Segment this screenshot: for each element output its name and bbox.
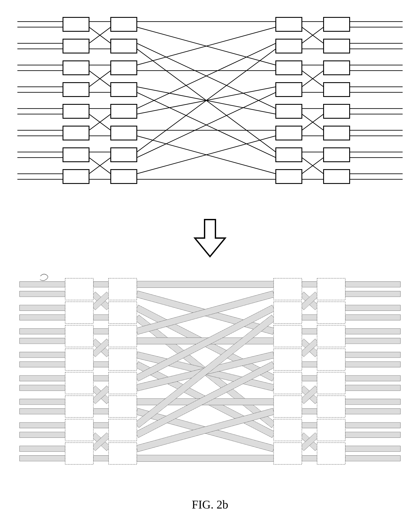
svg-marker-92 <box>20 329 65 334</box>
svg-marker-115 <box>345 408 400 414</box>
svg-marker-89 <box>20 291 65 297</box>
svg-marker-145 <box>302 422 317 428</box>
svg-marker-100 <box>20 422 65 428</box>
svg-marker-109 <box>345 338 400 344</box>
svg-marker-116 <box>345 422 400 428</box>
svg-marker-117 <box>345 432 400 438</box>
svg-marker-128 <box>93 329 109 334</box>
svg-marker-144 <box>93 422 109 428</box>
svg-marker-135 <box>302 362 317 367</box>
svg-marker-150 <box>93 455 109 461</box>
figure-page: FIG. 2b <box>0 0 420 527</box>
svg-marker-127 <box>302 315 317 320</box>
svg-marker-104 <box>345 282 400 287</box>
svg-marker-119 <box>345 455 400 461</box>
svg-marker-98 <box>20 399 65 405</box>
svg-marker-114 <box>345 399 400 405</box>
svg-marker-105 <box>345 291 400 297</box>
svg-marker-101 <box>20 432 65 438</box>
svg-marker-95 <box>20 362 65 367</box>
svg-marker-110 <box>345 352 400 358</box>
svg-marker-126 <box>93 315 109 320</box>
svg-marker-152 <box>137 281 274 288</box>
benes-network-thin <box>0 9 420 204</box>
svg-marker-136 <box>93 375 109 381</box>
svg-marker-143 <box>302 408 317 414</box>
svg-marker-167 <box>137 455 274 461</box>
figure-caption: FIG. 2b <box>0 498 420 511</box>
svg-marker-102 <box>20 446 65 451</box>
svg-marker-151 <box>302 455 317 461</box>
svg-marker-97 <box>20 385 65 391</box>
svg-marker-106 <box>345 305 400 311</box>
svg-marker-120 <box>93 282 109 287</box>
svg-marker-90 <box>20 305 65 311</box>
svg-marker-93 <box>20 338 65 344</box>
svg-marker-99 <box>20 408 65 414</box>
svg-marker-88 <box>20 282 65 287</box>
svg-marker-94 <box>20 352 65 358</box>
benes-network-bus <box>0 272 420 476</box>
svg-marker-134 <box>93 362 109 367</box>
svg-marker-112 <box>345 375 400 381</box>
svg-marker-91 <box>20 315 65 320</box>
svg-marker-137 <box>302 375 317 381</box>
down-arrow-icon <box>193 217 227 259</box>
svg-marker-113 <box>345 385 400 391</box>
svg-marker-121 <box>302 282 317 287</box>
svg-marker-103 <box>20 455 65 461</box>
svg-marker-107 <box>345 315 400 320</box>
svg-marker-118 <box>345 446 400 451</box>
svg-marker-111 <box>345 362 400 367</box>
svg-marker-129 <box>302 329 317 334</box>
svg-marker-96 <box>20 375 65 381</box>
svg-marker-142 <box>93 408 109 414</box>
svg-marker-108 <box>345 329 400 334</box>
